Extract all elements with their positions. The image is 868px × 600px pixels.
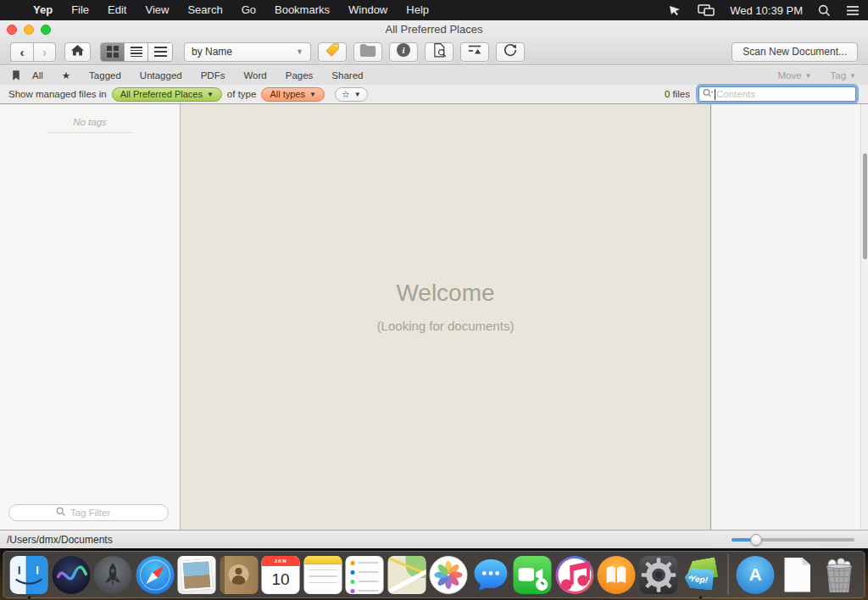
dock-ibooks[interactable] <box>598 556 636 594</box>
move-dropdown[interactable]: Move ▼ <box>777 70 811 81</box>
filter-all[interactable]: All <box>32 70 43 81</box>
dock: JAN 10 <box>3 551 865 598</box>
filter-tagged[interactable]: Tagged <box>89 70 121 81</box>
pointer-status-icon[interactable] <box>669 4 682 16</box>
dock-photos[interactable] <box>430 556 468 594</box>
running-indicator <box>27 596 31 599</box>
dock-document[interactable] <box>778 556 816 594</box>
star-filter-pill[interactable]: ☆ ▼ <box>335 87 368 102</box>
content-area: No tags Welcome (Looking for documents) <box>0 104 868 530</box>
dock-facetime[interactable] <box>514 556 552 594</box>
scope-oftype-label: of type <box>227 89 257 99</box>
divider <box>47 132 132 133</box>
dock-app-store[interactable]: A <box>737 556 775 594</box>
filter-shared[interactable]: Shared <box>331 70 363 81</box>
filter-word[interactable]: Word <box>243 70 266 81</box>
menu-search[interactable]: Search <box>178 0 231 20</box>
no-tags-label: No tags <box>0 117 180 127</box>
refresh-icon <box>503 42 518 61</box>
detail-view-button[interactable] <box>148 43 172 61</box>
chevron-down-icon: ▼ <box>309 91 316 98</box>
type-filter-pill[interactable]: All types ▼ <box>261 87 325 102</box>
scrollbar-track[interactable] <box>860 104 868 530</box>
dock-maps[interactable] <box>387 556 426 594</box>
scope-prefix-label: Show managed files in <box>8 89 107 99</box>
running-indicator <box>698 596 702 599</box>
forward-button[interactable]: › <box>33 42 56 62</box>
search-icon[interactable] <box>703 88 714 100</box>
icon-view-button[interactable] <box>101 43 125 61</box>
filter-starred[interactable]: ★ <box>62 69 70 81</box>
home-button[interactable] <box>64 42 91 62</box>
menu-file[interactable]: File <box>62 0 98 20</box>
filter-pages[interactable]: Pages <box>286 70 314 81</box>
menu-go[interactable]: Go <box>232 0 265 20</box>
list-view-icon <box>131 45 142 58</box>
menu-bookmarks[interactable]: Bookmarks <box>265 0 339 20</box>
document-search-icon <box>431 42 448 62</box>
yep-window: All Preferred Places ‹ › <box>0 20 868 548</box>
bookmark-icon[interactable] <box>12 69 20 81</box>
info-button[interactable]: i <box>389 42 418 62</box>
dock-system-preferences[interactable] <box>639 556 677 594</box>
collapse-button[interactable] <box>460 42 489 62</box>
back-button[interactable]: ‹ <box>10 42 33 62</box>
preview-search-button[interactable] <box>425 42 453 62</box>
reveal-folder-button[interactable] <box>353 42 382 62</box>
scope-bar: Show managed files in All Preferred Plac… <box>0 85 868 104</box>
tag-icon <box>324 42 341 62</box>
spotlight-icon[interactable] <box>818 4 831 17</box>
contents-search-field[interactable] <box>698 86 856 102</box>
sort-dropdown[interactable]: by Name ▼ <box>184 42 311 62</box>
documents-pane[interactable]: Welcome (Looking for documents) <box>181 104 711 530</box>
filter-pdfs[interactable]: PDFs <box>201 70 225 81</box>
dock-itunes[interactable] <box>555 556 593 594</box>
zoom-slider-knob[interactable] <box>750 534 762 546</box>
tag-filter-field[interactable] <box>8 504 169 521</box>
list-view-button[interactable] <box>125 43 148 61</box>
title-bar[interactable]: All Preferred Places <box>0 20 868 39</box>
scrollbar-thumb[interactable] <box>863 153 867 259</box>
chevron-down-icon: ▼ <box>207 91 214 98</box>
menu-app-name[interactable]: Yep <box>24 0 62 20</box>
apple-menu-icon[interactable] <box>8 9 24 11</box>
desktop: Yep File Edit View Search Go Bookmarks W… <box>0 0 868 600</box>
dock-yep[interactable]: Yep! <box>682 556 720 594</box>
contents-search-input[interactable] <box>716 89 852 99</box>
dock-safari[interactable] <box>136 556 174 594</box>
folder-icon <box>359 42 376 61</box>
dock-mail[interactable] <box>178 556 216 594</box>
dock-siri[interactable] <box>52 556 90 594</box>
dock-reminders[interactable] <box>346 556 384 594</box>
dock-finder[interactable] <box>10 556 48 594</box>
dock-separator <box>727 554 728 595</box>
menu-clock[interactable]: Wed 10:39 PM <box>730 4 803 17</box>
refresh-button[interactable] <box>496 42 525 62</box>
menu-window[interactable]: Window <box>339 0 397 20</box>
menu-help[interactable]: Help <box>397 0 438 20</box>
tag-dropdown[interactable]: Tag ▼ <box>831 70 856 81</box>
zoom-slider[interactable] <box>732 538 854 542</box>
menu-edit[interactable]: Edit <box>98 0 136 20</box>
dock-messages[interactable] <box>471 556 509 594</box>
dock-calendar[interactable]: JAN 10 <box>262 556 300 594</box>
home-icon <box>70 43 85 60</box>
status-bar: /Users/dmx/Documents <box>0 530 868 548</box>
dock-launchpad[interactable] <box>94 556 132 594</box>
filter-bar: All ★ Tagged Untagged PDFs Word Pages Sh… <box>0 66 868 85</box>
notification-center-icon[interactable] <box>846 5 860 16</box>
scan-new-document-button[interactable]: Scan New Document... <box>732 42 858 62</box>
menu-view[interactable]: View <box>136 0 178 20</box>
text-caret <box>715 89 715 100</box>
tag-button[interactable] <box>318 42 347 62</box>
tag-filter-input[interactable] <box>70 508 121 518</box>
dock-contacts[interactable] <box>220 556 258 594</box>
place-filter-pill[interactable]: All Preferred Places ▼ <box>112 87 222 102</box>
chevron-down-icon: ▼ <box>805 72 812 80</box>
dock-trash[interactable] <box>821 556 859 594</box>
chevron-down-icon: ▼ <box>354 91 361 98</box>
display-mirroring-icon[interactable] <box>698 4 715 16</box>
welcome-title: Welcome <box>396 280 494 307</box>
dock-notes[interactable] <box>303 556 342 594</box>
filter-untagged[interactable]: Untagged <box>140 70 182 81</box>
